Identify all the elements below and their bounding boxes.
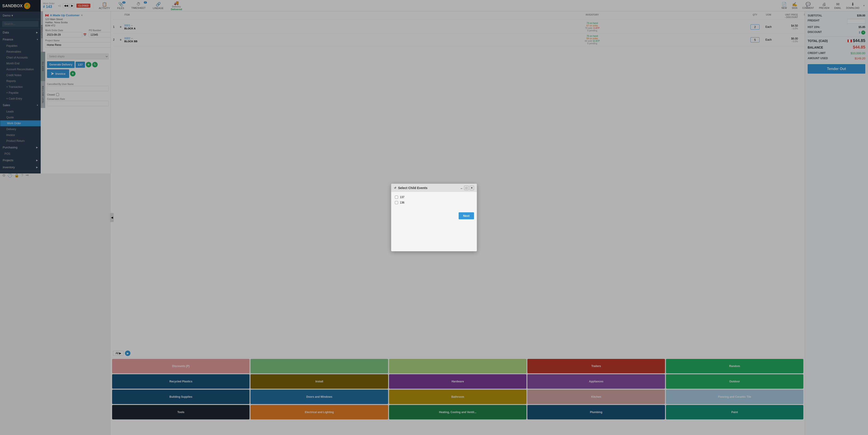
dialog-overlay: ↺ Select Child Events ⎯ □ ✕ 137 136 Next xyxy=(0,0,309,173)
